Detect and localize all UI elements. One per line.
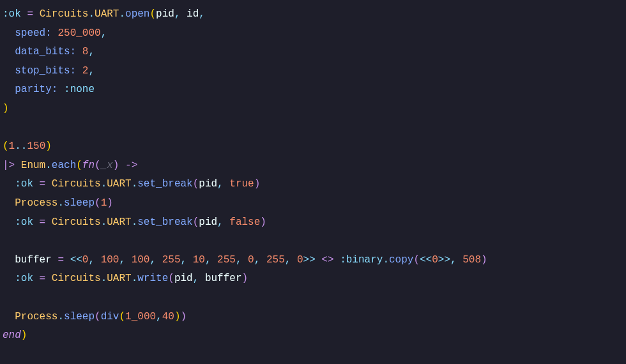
line-15: :ok = Circuits.UART.write(pid, buffer)	[3, 273, 248, 284]
line-11: Process.sleep(1)	[3, 197, 113, 209]
line-9: |> Enum.each(fn(_x) ->	[3, 160, 137, 171]
line-5: parity: :none	[3, 84, 95, 95]
line-18: end)	[3, 330, 27, 341]
line-12: :ok = Circuits.UART.set_break(pid, false…	[3, 216, 266, 228]
line-1: :ok = Circuits.UART.open(pid, id,	[3, 8, 205, 20]
line-10: :ok = Circuits.UART.set_break(pid, true)	[3, 178, 260, 190]
line-17: Process.sleep(div(1_000,40))	[3, 311, 187, 322]
line-2: speed: 250_000,	[3, 27, 107, 39]
line-8: (1..150)	[3, 140, 52, 152]
line-6: )	[3, 103, 9, 114]
code-block: :ok = Circuits.UART.open(pid, id, speed:…	[0, 0, 626, 351]
line-4: stop_bits: 2,	[3, 65, 95, 77]
line-14: buffer = <<0, 100, 100, 255, 10, 255, 0,…	[3, 254, 487, 266]
line-3: data_bits: 8,	[3, 46, 95, 57]
